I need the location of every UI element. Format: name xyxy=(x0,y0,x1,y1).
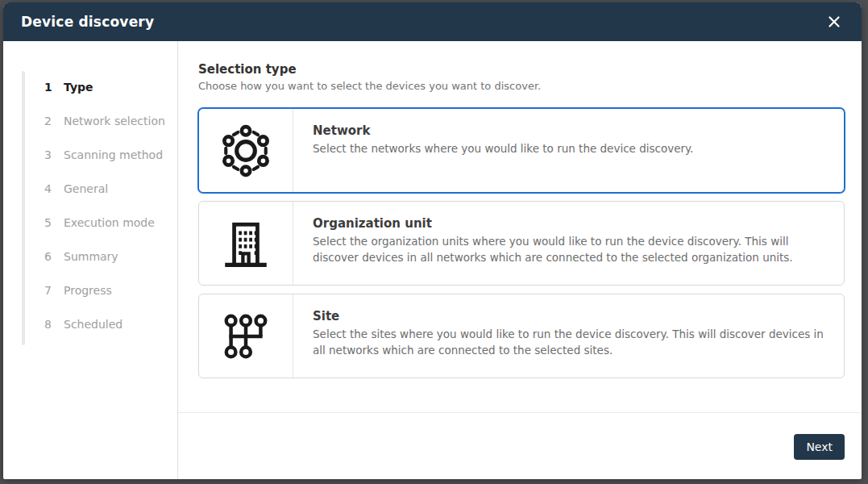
dialog-header: Device discovery xyxy=(3,2,862,41)
step-label: Network selection xyxy=(64,115,165,127)
wizard-step-scanning-method[interactable]: 3 Scanning method xyxy=(3,138,177,172)
step-number: 1 xyxy=(44,81,64,94)
option-card-network[interactable]: Network Select the networks where you wo… xyxy=(198,108,845,193)
wizard-step-type[interactable]: 1 Type xyxy=(3,70,177,104)
section-subtitle: Choose how you want to select the device… xyxy=(198,80,845,92)
step-number: 2 xyxy=(44,115,64,127)
option-text: Organization unit Select the organizatio… xyxy=(293,202,844,285)
option-card-site[interactable]: Site Select the sites where you would li… xyxy=(198,294,845,378)
step-number: 5 xyxy=(44,216,64,229)
section-title: Selection type xyxy=(198,62,845,77)
option-text: Network Select the networks where you wo… xyxy=(293,109,711,192)
close-button[interactable] xyxy=(823,10,845,33)
site-icon xyxy=(221,311,271,361)
wizard-step-network-selection[interactable]: 2 Network selection xyxy=(3,104,177,138)
step-label: Progress xyxy=(64,284,112,297)
content-area: Selection type Choose how you want to se… xyxy=(178,41,862,412)
close-icon xyxy=(828,15,841,28)
option-description: Select the organization units where you … xyxy=(313,234,826,265)
wizard-step-general[interactable]: 4 General xyxy=(3,172,177,206)
step-label: Type xyxy=(64,81,93,94)
wizard-step-scheduled[interactable]: 8 Scheduled xyxy=(3,307,177,341)
option-icon-box xyxy=(199,202,293,285)
dialog-footer: Next xyxy=(178,412,862,479)
step-label: Scheduled xyxy=(64,318,123,331)
step-number: 4 xyxy=(44,182,64,195)
page-backdrop: Device discovery 1 Type 2 Network select… xyxy=(0,0,868,484)
step-label: Execution mode xyxy=(64,216,155,229)
option-text: Site Select the sites where you would li… xyxy=(293,294,844,378)
device-discovery-dialog: Device discovery 1 Type 2 Network select… xyxy=(3,2,862,479)
option-description: Select the networks where you would like… xyxy=(313,141,693,157)
main-column: Selection type Choose how you want to se… xyxy=(178,41,862,479)
selection-type-options: Network Select the networks where you wo… xyxy=(198,108,845,378)
step-label: Scanning method xyxy=(64,148,163,161)
next-button[interactable]: Next xyxy=(794,434,845,460)
step-number: 3 xyxy=(44,148,64,161)
option-title: Organization unit xyxy=(313,216,826,231)
option-description: Select the sites where you would like to… xyxy=(313,327,826,358)
option-card-organization-unit[interactable]: Organization unit Select the organizatio… xyxy=(198,201,845,286)
step-number: 7 xyxy=(44,284,64,297)
step-label: General xyxy=(64,182,108,195)
dialog-body: 1 Type 2 Network selection 3 Scanning me… xyxy=(3,41,862,479)
network-icon xyxy=(219,124,272,177)
step-number: 6 xyxy=(44,250,64,263)
option-icon-box xyxy=(199,294,293,378)
wizard-step-execution-mode[interactable]: 5 Execution mode xyxy=(3,206,177,240)
organization-unit-icon xyxy=(219,217,272,270)
wizard-step-summary[interactable]: 6 Summary xyxy=(3,240,177,273)
step-number: 8 xyxy=(44,318,64,331)
step-label: Summary xyxy=(64,250,118,263)
option-title: Site xyxy=(313,309,826,323)
wizard-step-progress[interactable]: 7 Progress xyxy=(3,273,177,307)
option-icon-box xyxy=(199,109,293,192)
dialog-title: Device discovery xyxy=(21,14,154,30)
option-title: Network xyxy=(313,123,693,138)
wizard-stepper: 1 Type 2 Network selection 3 Scanning me… xyxy=(3,41,178,479)
